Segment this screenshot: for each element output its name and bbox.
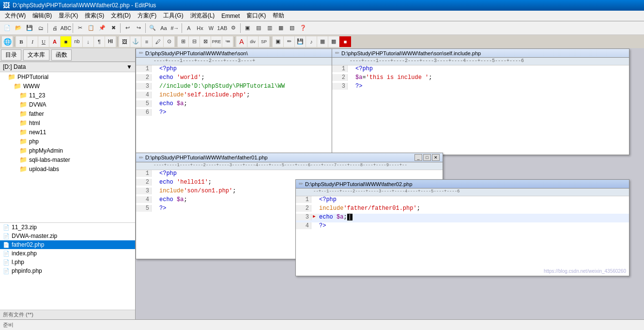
tb-hx[interactable]: Hx (195, 23, 205, 33)
tb-b6[interactable]: ❓ (298, 23, 308, 33)
tb2-italic[interactable]: I (27, 36, 38, 47)
tb2-c1[interactable]: ▣ (273, 36, 283, 47)
tree-item-dvwa[interactable]: 📁 DVWA (0, 100, 135, 109)
tb2-table[interactable]: ⊞ (178, 36, 188, 47)
tb-cut[interactable]: ✂ (75, 23, 85, 33)
menu-emmet[interactable]: Emmet (218, 12, 243, 20)
tab-textlib[interactable]: 文本库 (23, 49, 49, 61)
tb-b4[interactable]: ▦ (276, 23, 286, 33)
tb2-sp[interactable]: SP (259, 36, 269, 47)
tb-goto[interactable]: #→ (169, 23, 180, 33)
tb-copy[interactable]: 📋 (86, 23, 96, 33)
tb2-down[interactable]: ↓ (83, 36, 93, 47)
win1-content[interactable]: 1 <?php 2 echo 'world'; 3 //include'D:\p… (136, 65, 334, 155)
tb2-align[interactable]: ≡ (141, 36, 152, 47)
tree-item-upload[interactable]: 📁 upload-labs (0, 164, 135, 173)
tb2-c3[interactable]: 💾 (295, 36, 306, 47)
file-item-lphp[interactable]: 📄 l.php (0, 258, 135, 267)
menu-doc[interactable]: 文档(D) (108, 11, 134, 21)
tb-b3[interactable]: ▥ (264, 23, 275, 33)
code-line-active: 3 ▶ echo $a;| (296, 214, 629, 222)
win4-content[interactable]: 1 <?php 2 include'father/father01.php'; … (296, 196, 629, 276)
tb-delete[interactable]: ✖ (108, 23, 119, 33)
tb-undo[interactable]: ↩ (122, 23, 133, 33)
tb2-rows[interactable]: ⊠ (200, 36, 211, 47)
tree-item-www[interactable]: 📁 WWW (0, 81, 135, 91)
tb-font[interactable]: A (184, 23, 194, 33)
code-line: 3 ?> (332, 83, 629, 92)
tree-item-sqli[interactable]: 📁 sqli-labs-master (0, 155, 135, 164)
menu-view[interactable]: 显示(X) (56, 11, 81, 21)
tb2-globe[interactable]: 🌐 (2, 36, 13, 47)
tab-directory[interactable]: 目录 (1, 49, 21, 61)
tb2-underline[interactable]: U (38, 36, 49, 47)
menu-window[interactable]: 窗口(K) (244, 11, 269, 21)
tb2-c7[interactable]: ■ (339, 36, 351, 47)
tb2-cols[interactable]: ⊟ (189, 36, 199, 47)
tb2-nb[interactable]: nb (72, 36, 82, 47)
menu-file[interactable]: 文件(W) (2, 11, 29, 21)
tb-print[interactable]: 🖨 (49, 23, 60, 33)
tb-settings[interactable]: ⚙ (228, 23, 239, 33)
menu-search[interactable]: 搜索(S) (82, 11, 107, 21)
tree-item-php[interactable]: 📁 php (0, 137, 135, 146)
tb2-circle[interactable]: ⊙ (164, 36, 174, 47)
tb-save[interactable]: 💾 (24, 23, 35, 33)
tb2-hi[interactable]: HI (105, 36, 116, 47)
file-item-index[interactable]: 📄 index.php (0, 249, 135, 258)
tb2-fontA[interactable]: A (236, 36, 247, 47)
file-item-father02[interactable]: 📄 father02.php (0, 240, 135, 249)
tb-b5[interactable]: ▧ (287, 23, 297, 33)
file-item-dvwazip[interactable]: 📄 DVWA-master.zip (0, 232, 135, 240)
win2-content[interactable]: 1 <?php 2 $a='this is include '; 3 ?> (332, 65, 629, 155)
tb2-marker[interactable]: 🖊 (153, 36, 163, 47)
maximize-button[interactable]: □ (423, 154, 431, 161)
menu-browser[interactable]: 浏览器(L) (187, 11, 218, 21)
tab-functions[interactable]: 函数 (51, 49, 72, 61)
menu-scheme[interactable]: 方案(F) (135, 11, 159, 21)
menu-tools[interactable]: 工具(G) (160, 11, 186, 21)
file-item-1123zip[interactable]: 📄 11_23.zip (0, 223, 135, 232)
dropdown-arrow[interactable]: ▼ (126, 63, 132, 70)
tb2-c4[interactable]: ♪ (306, 36, 317, 47)
tb-spell[interactable]: ABC (61, 23, 71, 33)
win2-title: ✏ D:\phpStudy\PHPTutorial\WWW\father\son… (332, 49, 629, 58)
tb-open[interactable]: 📂 (13, 23, 24, 33)
tb-counter[interactable]: 1AB (217, 23, 228, 33)
tb2-c5[interactable]: ▦ (317, 36, 328, 47)
tb-paste[interactable]: 📌 (97, 23, 107, 33)
tree-item-father[interactable]: 📁 father (0, 109, 135, 118)
tb2-pre[interactable]: PRE (211, 36, 222, 47)
menu-edit[interactable]: 编辑(B) (30, 11, 55, 21)
minimize-button[interactable]: _ (414, 154, 422, 161)
tree-item-phptutorial[interactable]: 📁 PHPTutorial (0, 72, 135, 81)
tb2-c2[interactable]: ✏ (284, 36, 294, 47)
tb-b2[interactable]: ▤ (253, 23, 264, 33)
tb-replace[interactable]: Aa (158, 23, 169, 33)
close-button[interactable]: ✕ (432, 154, 440, 161)
tb2-bold[interactable]: B (16, 36, 27, 47)
tb-saveall[interactable]: 🗂 (35, 23, 46, 33)
code-line: 4 include'self.include.php'; (136, 92, 334, 100)
tb2-highlight[interactable]: ■ (61, 36, 71, 47)
tb2-list[interactable]: ≔ (222, 36, 233, 47)
sidebar-content: [D:] Data ▼ 📁 PHPTutorial 📁 WWW 📁 11_23 (0, 62, 135, 319)
tb-word[interactable]: W (206, 23, 216, 33)
tb-redo[interactable]: ↪ (133, 23, 144, 33)
menu-help[interactable]: 帮助 (270, 11, 287, 21)
app-icon: 🖼 (3, 1, 10, 9)
tb-new[interactable]: 📄 (2, 23, 13, 33)
tree-item-new11[interactable]: 📁 new11 (0, 127, 135, 137)
tb2-img[interactable]: 🖼 (119, 36, 130, 47)
tree-item-1123[interactable]: 📁 11_23 (0, 91, 135, 100)
tb2-div[interactable]: div (247, 36, 258, 47)
tb2-anchor[interactable]: ⚓ (130, 36, 141, 47)
tb2-c6[interactable]: ▩ (328, 36, 339, 47)
file-item-phpinfo[interactable]: 📄 phpinfo.php (0, 267, 135, 275)
tb-find[interactable]: 🔍 (147, 23, 158, 33)
tb-b1[interactable]: ▣ (242, 23, 253, 33)
tb2-para[interactable]: ¶ (94, 36, 105, 47)
tb2-color[interactable]: A (49, 36, 60, 47)
tree-item-html[interactable]: 📁 html (0, 118, 135, 127)
tree-item-phpmyadmin[interactable]: 📁 phpMyAdmin (0, 146, 135, 155)
